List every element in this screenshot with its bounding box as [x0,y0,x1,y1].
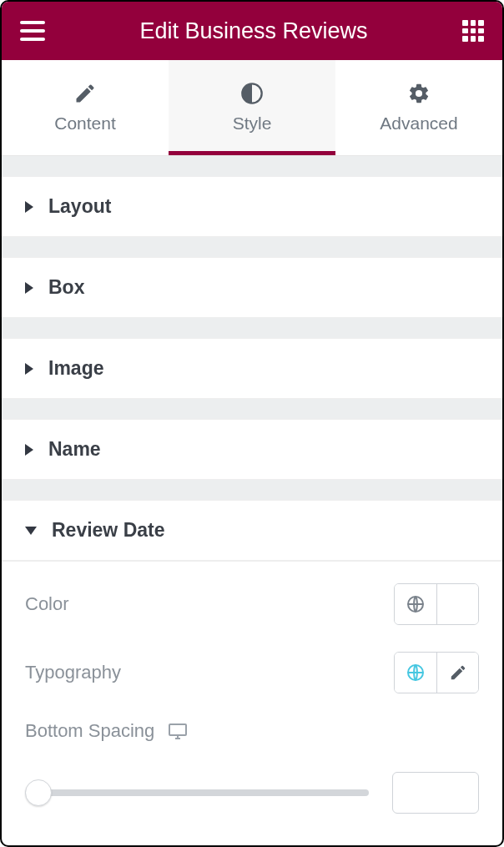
tab-style-label: Style [233,113,272,134]
divider [2,399,502,419]
tab-content[interactable]: Content [2,60,169,155]
tab-advanced-label: Advanced [380,113,457,134]
divider [2,318,502,338]
apps-grid-icon[interactable] [462,20,484,42]
color-picker[interactable] [394,583,479,625]
caret-right-icon [25,282,33,294]
color-swatch[interactable] [436,584,478,624]
typography-label: Typography [25,662,121,683]
desktop-icon[interactable] [168,723,188,739]
contrast-icon [240,82,264,105]
bottom-spacing-label: Bottom Spacing [25,720,154,742]
section-image[interactable]: Image [2,338,502,399]
section-box[interactable]: Box [2,257,502,318]
caret-right-icon [25,363,33,375]
global-typography-button[interactable] [395,653,436,693]
section-box-label: Box [48,276,84,299]
tab-advanced[interactable]: Advanced [335,60,502,155]
divider [2,156,502,176]
globe-icon [406,663,426,683]
bottom-spacing-slider[interactable] [25,779,369,806]
global-color-button[interactable] [395,584,436,624]
section-layout-label: Layout [48,195,111,218]
slider-track [25,789,369,796]
tab-content-label: Content [54,113,116,134]
gear-icon [407,82,431,105]
pencil-icon [73,82,97,105]
tab-style[interactable]: Style [169,60,335,155]
typography-picker[interactable] [394,652,479,693]
bottom-spacing-input[interactable] [392,772,479,814]
svg-rect-3 [169,724,186,735]
section-review-date[interactable]: Review Date [2,500,502,561]
globe-icon [406,594,426,614]
slider-thumb[interactable] [25,779,52,806]
section-name-label: Name [48,438,101,461]
section-image-label: Image [48,357,103,380]
section-name[interactable]: Name [2,419,502,480]
divider [2,480,502,500]
caret-right-icon [25,444,33,456]
pencil-icon [449,663,467,682]
divider [2,237,502,257]
menu-icon[interactable] [20,18,45,43]
edit-typography-button[interactable] [436,653,478,693]
caret-down-icon [25,527,37,535]
section-layout[interactable]: Layout [2,176,502,237]
color-label: Color [25,593,69,615]
caret-right-icon [25,201,33,213]
page-title: Edit Business Reviews [45,18,462,44]
section-review-date-label: Review Date [52,519,165,542]
